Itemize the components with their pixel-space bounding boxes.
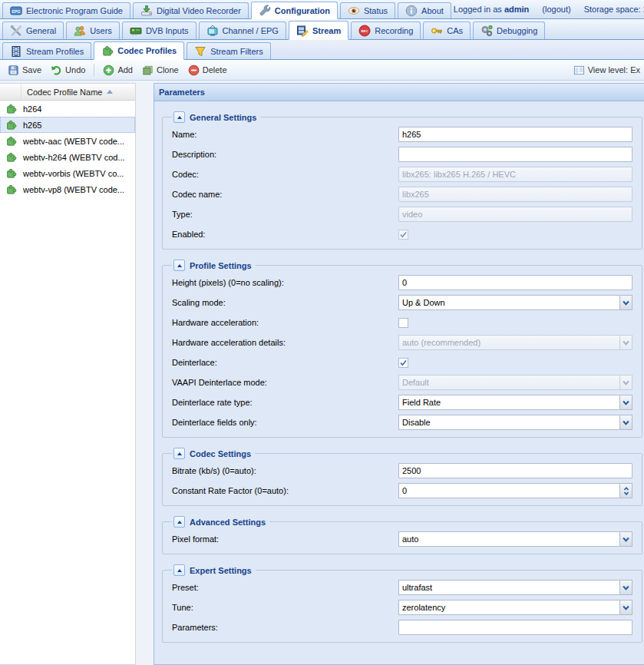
users-icon bbox=[74, 25, 86, 37]
tab-digital-video-recorder[interactable]: Digital Video Recorder bbox=[133, 2, 249, 18]
collapse-button[interactable] bbox=[173, 260, 185, 271]
collapse-button[interactable] bbox=[173, 111, 185, 123]
tab-general[interactable]: General bbox=[2, 22, 64, 39]
combo-trigger bbox=[619, 335, 632, 350]
hardware-acceleration-checkbox[interactable] bbox=[398, 318, 408, 328]
field-label-codec: Codec: bbox=[172, 170, 398, 179]
delete-button[interactable]: Delete bbox=[183, 62, 232, 78]
field-label-scaling-mode: Scaling mode: bbox=[172, 298, 398, 307]
tab-dvb-inputs[interactable]: DVB Inputs bbox=[122, 22, 197, 39]
field-label-height: Height (pixels) (0=no scaling): bbox=[172, 278, 398, 287]
check-icon bbox=[399, 359, 408, 367]
dvr-icon bbox=[140, 5, 153, 17]
column-title: Codec Profile Name bbox=[27, 88, 102, 97]
combo-trigger[interactable] bbox=[619, 600, 632, 615]
deinterlace-checkbox[interactable] bbox=[398, 358, 408, 368]
puzzle-icon bbox=[5, 167, 17, 179]
collapse-arrow-icon bbox=[177, 569, 182, 572]
section-advanced-settings: Advanced Settings Pixel format: bbox=[162, 516, 642, 554]
deinterlace-fields-only-combo[interactable] bbox=[398, 415, 632, 430]
constant-rate-factor-spinner[interactable] bbox=[398, 483, 632, 498]
list-item-h264[interactable]: h264 bbox=[0, 101, 135, 117]
bitrate-field[interactable] bbox=[398, 463, 632, 478]
field-label-name: Name: bbox=[172, 130, 398, 139]
list-item-webtv-h264[interactable]: webtv-h264 (WEBTV cod... bbox=[0, 149, 135, 165]
collapse-arrow-icon bbox=[177, 521, 182, 524]
chevron-down-icon bbox=[623, 400, 629, 405]
tab-about[interactable]: About bbox=[398, 2, 451, 18]
collapse-button[interactable] bbox=[173, 448, 185, 459]
codec-profile-name: webtv-aac (WEBTV code... bbox=[23, 137, 124, 146]
height-field[interactable] bbox=[398, 275, 632, 290]
codec-profile-name: webtv-vorbis (WEBTV co... bbox=[23, 169, 124, 178]
list-item-h265[interactable]: h265 bbox=[0, 117, 135, 133]
combo-trigger[interactable] bbox=[619, 531, 632, 547]
clone-button[interactable]: Clone bbox=[137, 62, 183, 78]
combo-trigger[interactable] bbox=[619, 580, 632, 595]
tune-combo[interactable] bbox=[398, 600, 632, 615]
chevron-up-icon bbox=[623, 487, 629, 491]
combo-trigger[interactable] bbox=[619, 395, 632, 410]
field-label-hw-accel: Hardware acceleration: bbox=[172, 318, 398, 327]
undo-button[interactable]: Undo bbox=[46, 62, 90, 78]
spinner-trigger[interactable] bbox=[619, 483, 632, 498]
deinterlace-rate-type-combo[interactable] bbox=[398, 395, 632, 410]
hardware-acceleration-details-combo bbox=[398, 335, 632, 350]
logged-in-text: Logged in as admin bbox=[454, 5, 529, 14]
tv-icon bbox=[206, 25, 219, 37]
tab-recording[interactable]: Recording bbox=[351, 22, 421, 39]
combo-trigger[interactable] bbox=[619, 295, 632, 310]
logout-link[interactable]: (logout) bbox=[542, 5, 570, 14]
tab-channel-epg[interactable]: Channel / EPG bbox=[199, 22, 286, 39]
list-item-webtv-aac[interactable]: webtv-aac (WEBTV code... bbox=[0, 133, 135, 149]
tab-electronic-program-guide[interactable]: Electronic Program Guide bbox=[2, 2, 130, 18]
tab-stream-filters[interactable]: Stream Filters bbox=[187, 42, 270, 59]
tab-stream-profiles[interactable]: Stream Profiles bbox=[2, 42, 91, 59]
puzzle-icon bbox=[5, 151, 17, 163]
configuration-tab-bar: General Users DVB Inputs Channel / EPG S… bbox=[0, 19, 644, 40]
view-level-control[interactable]: View level: Ex bbox=[573, 65, 641, 76]
field-label-deinterlace: Deinterlace: bbox=[172, 358, 398, 367]
save-button[interactable]: Save bbox=[3, 62, 46, 78]
save-icon bbox=[8, 65, 19, 76]
tab-label: Stream bbox=[312, 26, 341, 35]
tab-status[interactable]: Status bbox=[340, 2, 395, 18]
tab-users[interactable]: Users bbox=[66, 22, 120, 39]
tab-stream[interactable]: Stream bbox=[289, 21, 348, 40]
name-field[interactable] bbox=[398, 127, 632, 142]
section-expert-settings: Expert Settings Preset: Tune: Parameters… bbox=[162, 564, 642, 643]
parameters-field[interactable] bbox=[398, 620, 632, 635]
collapse-arrow-icon bbox=[177, 264, 182, 267]
field-label-vaapi-deinterlace: VAAPI Deinterlace mode: bbox=[172, 378, 398, 387]
puzzle-icon bbox=[5, 184, 17, 195]
clone-icon bbox=[142, 65, 154, 76]
tab-label: CAs bbox=[447, 26, 463, 35]
section-title: Expert Settings bbox=[190, 566, 252, 575]
tab-cas[interactable]: CAs bbox=[423, 22, 471, 39]
check-icon bbox=[399, 230, 408, 239]
section-title: Advanced Settings bbox=[190, 518, 266, 527]
field-label-deinterlace-fields: Deinterlace fields only: bbox=[172, 418, 398, 427]
codec-field bbox=[398, 167, 632, 182]
preset-combo[interactable] bbox=[398, 580, 632, 595]
undo-icon bbox=[51, 65, 62, 76]
list-item-webtv-vorbis[interactable]: webtv-vorbis (WEBTV co... bbox=[0, 165, 135, 181]
tab-codec-profiles[interactable]: Codec Profiles bbox=[94, 41, 184, 60]
add-button[interactable]: Add bbox=[98, 62, 137, 78]
list-item-webtv-vp8[interactable]: webtv-vp8 (WEBTV code... bbox=[0, 181, 135, 197]
parameters-panel-header: Parameters bbox=[154, 84, 644, 101]
tab-debugging[interactable]: Debugging bbox=[473, 22, 545, 39]
grid-column-header[interactable]: Codec Profile Name bbox=[0, 84, 135, 101]
combo-trigger[interactable] bbox=[619, 415, 632, 430]
stream-tab-bar: Stream Profiles Codec Profiles Stream Fi… bbox=[0, 40, 644, 60]
collapse-button[interactable] bbox=[173, 564, 185, 576]
field-label-bitrate: Bitrate (kb/s) (0=auto): bbox=[172, 466, 398, 475]
scaling-mode-combo[interactable] bbox=[398, 295, 632, 310]
collapse-button[interactable] bbox=[173, 516, 185, 528]
field-label-deinterlace-rate: Deinterlace rate type: bbox=[172, 398, 398, 407]
tab-configuration[interactable]: Configuration bbox=[251, 2, 338, 19]
panel-title: Parameters bbox=[159, 88, 205, 97]
puzzle-icon bbox=[101, 45, 114, 57]
description-field[interactable] bbox=[398, 147, 632, 162]
pixel-format-combo[interactable] bbox=[398, 531, 632, 547]
